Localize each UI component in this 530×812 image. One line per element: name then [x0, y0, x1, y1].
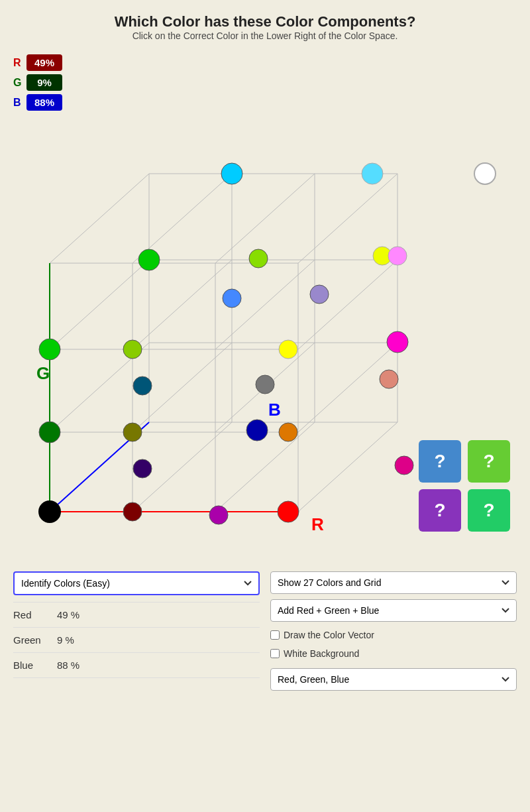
dot-105[interactable]: [395, 456, 413, 475]
dot-010-back[interactable]: [138, 249, 160, 270]
red-value-row: Red 49 %: [13, 602, 260, 627]
dot-115[interactable]: [310, 285, 329, 304]
red-val-num: 49 %: [57, 609, 80, 620]
color-space-area: R 49% G 9% B 88%: [13, 48, 517, 565]
dot-pink-light[interactable]: [388, 247, 407, 265]
dot-010[interactable]: [39, 339, 60, 360]
red-val-label: Red: [13, 609, 46, 620]
answer-box-4[interactable]: ?: [468, 489, 510, 532]
dot-550[interactable]: [123, 423, 142, 441]
dot-010b[interactable]: [209, 506, 228, 524]
blue-value-row: Blue 88 %: [13, 652, 260, 678]
svg-line-20: [50, 174, 149, 263]
white-bg-checkbox[interactable]: [270, 649, 280, 658]
svg-line-15: [298, 343, 398, 432]
color-mode-dropdown[interactable]: Red, Green, Blue Hue, Saturation, Value …: [270, 668, 517, 691]
g-axis-label: G: [36, 363, 50, 383]
svg-line-22: [215, 174, 315, 263]
green-val-num: 9 %: [57, 634, 74, 646]
dot-551[interactable]: [362, 163, 383, 184]
answer-boxes: ? ? ? ?: [419, 440, 510, 532]
dot-510-back[interactable]: [249, 249, 268, 268]
white-bg-label: White Background: [284, 648, 359, 659]
page-title: Which Color has these Color Components?: [13, 13, 517, 30]
draw-vector-checkbox[interactable]: [270, 630, 280, 640]
dot-111[interactable]: [474, 163, 496, 184]
dot-515[interactable]: [223, 289, 241, 308]
color-values-list: Red 49 % Green 9 % Blue 88 %: [13, 602, 260, 678]
add-dropdown[interactable]: Add Red + Green + Blue Add Red + Green A…: [270, 599, 517, 622]
blue-val-label: Blue: [13, 660, 46, 671]
dot-050[interactable]: [39, 422, 60, 443]
controls-row-1: Identify Colors (Easy) Identify Colors (…: [13, 571, 517, 691]
dot-505[interactable]: [133, 459, 152, 478]
dot-055[interactable]: [133, 377, 152, 395]
dot-500[interactable]: [123, 502, 142, 521]
dot-005[interactable]: [246, 420, 268, 441]
left-controls: Identify Colors (Easy) Identify Colors (…: [13, 571, 260, 678]
b-axis-label: B: [268, 400, 281, 420]
draw-vector-checkbox-row: Draw the Color Vector: [270, 630, 517, 640]
r-axis-label: R: [311, 514, 324, 534]
answer-box-2[interactable]: ?: [468, 440, 510, 483]
dot-100[interactable]: [278, 501, 299, 522]
dot-110[interactable]: [279, 340, 297, 359]
right-controls: Show 27 Colors and Grid Show 8 Colors Hi…: [270, 571, 517, 691]
dot-000[interactable]: [39, 501, 60, 522]
svg-line-17: [132, 260, 232, 349]
mode-dropdown[interactable]: Identify Colors (Easy) Identify Colors (…: [13, 571, 260, 595]
dot-magenta[interactable]: [387, 331, 408, 353]
show-dropdown[interactable]: Show 27 Colors and Grid Show 8 Colors Hi…: [270, 571, 517, 594]
answer-box-3[interactable]: ?: [419, 489, 461, 532]
white-bg-checkbox-row: White Background: [270, 648, 517, 659]
blue-val-num: 88 %: [57, 660, 80, 671]
svg-line-16: [50, 260, 149, 349]
dot-150[interactable]: [279, 423, 297, 441]
bottom-controls: Identify Colors (Easy) Identify Colors (…: [13, 571, 517, 691]
dot-510[interactable]: [123, 340, 142, 359]
page-subtitle: Click on the Correct Color in the Lower …: [13, 30, 517, 41]
dot-555[interactable]: [256, 375, 274, 394]
answer-box-1[interactable]: ?: [419, 440, 461, 483]
svg-line-11: [298, 422, 398, 512]
page-header: Which Color has these Color Components? …: [13, 13, 517, 41]
green-val-label: Green: [13, 634, 46, 646]
dot-155[interactable]: [380, 370, 398, 388]
svg-line-19: [298, 260, 398, 349]
green-value-row: Green 9 %: [13, 627, 260, 652]
draw-vector-label: Draw the Color Vector: [284, 630, 374, 640]
dot-001c[interactable]: [221, 163, 242, 184]
